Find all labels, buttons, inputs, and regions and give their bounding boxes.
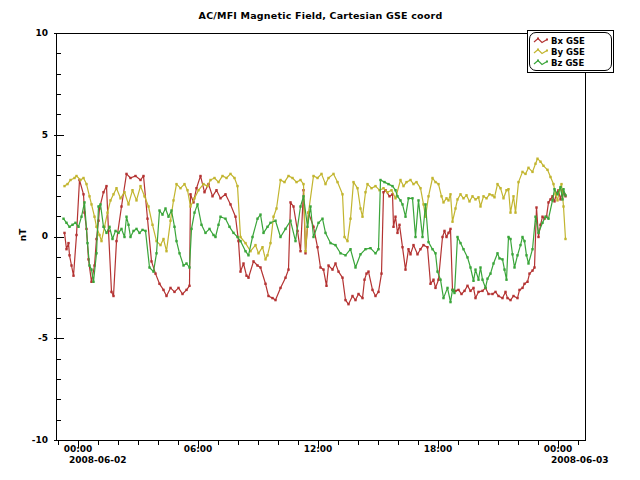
series-marker-bz [88,264,90,266]
series-marker-by [135,199,137,201]
series-marker-bx [319,266,321,268]
series-marker-bx [504,291,506,293]
series-marker-bx [361,297,363,299]
series-marker-bx [523,283,525,285]
series-marker-bz [424,203,426,205]
series-marker-bz [556,193,558,195]
series-marker-bz [472,280,474,282]
series-marker-bz [294,240,296,242]
series-marker-by [147,205,149,207]
series-marker-bx [535,206,537,208]
series-marker-by [454,207,456,209]
y-tick-label-m5: -5 [16,333,48,344]
series-marker-by [82,177,84,179]
series-marker-by [69,179,71,181]
legend-item-bx: Bx GSE [533,35,608,46]
series-marker-bz [284,228,286,230]
series-marker-by [162,238,164,240]
series-marker-bz [417,199,419,201]
series-marker-bz [123,236,125,238]
series-marker-by [471,195,473,197]
series-marker-bx [460,293,462,295]
series-marker-bx [501,297,503,299]
series-marker-bx [162,289,164,291]
series-marker-bz [466,256,468,258]
series-marker-bz [309,205,311,207]
series-marker-bz [306,226,308,228]
series-marker-bx [531,269,533,271]
series-marker-by [233,177,235,179]
series-marker-bz [469,266,471,268]
series-marker-bz [148,266,150,268]
series-marker-bz [451,289,453,291]
series-marker-bx [371,289,373,291]
series-marker-by [531,171,533,173]
series-marker-by [366,183,368,185]
series-marker-bz [486,278,488,280]
series-marker-by [217,181,219,183]
series-marker-bx [396,232,398,234]
series-marker-bx [264,283,266,285]
series-marker-by [320,173,322,175]
series-marker-bz [498,257,500,259]
series-marker-bx [115,240,117,242]
series-marker-bz [401,203,403,205]
legend-label-bz: Bz GSE [551,58,584,68]
series-marker-bx [394,216,396,218]
series-marker-by [521,171,523,173]
series-marker-by [485,197,487,199]
series-marker-by [221,175,223,177]
series-marker-by [269,242,271,244]
series-marker-by [409,179,411,181]
series-marker-bx [112,295,114,297]
series-marker-by [465,194,467,196]
series-marker-bz [92,281,94,283]
series-marker-by [546,169,548,171]
series-marker-bx [150,260,152,262]
series-marker-bx [494,291,496,293]
series-marker-bz [479,266,481,268]
series-marker-bz [185,262,187,264]
series-marker-bx [327,264,329,266]
series-marker-bx [429,283,431,285]
series-marker-by [186,189,188,191]
series-marker-by [336,181,338,183]
series-marker-by [474,198,476,200]
series-marker-bz [144,230,146,232]
series-marker-bx [105,185,107,187]
series-marker-bz [456,236,458,238]
series-marker-bx [242,262,244,264]
series-marker-bz [127,224,129,226]
series-marker-bx [271,297,273,299]
series-marker-by [151,224,153,226]
series-marker-bx [388,195,390,197]
series-marker-by [304,250,306,252]
series-marker-bx [267,295,269,297]
series-marker-by [189,205,191,207]
series-marker-by [449,193,451,195]
x-tick-label-0000a: 00:00 [56,444,100,455]
series-marker-bz [232,232,234,234]
series-marker-by [440,195,442,197]
series-marker-by [468,200,470,202]
series-marker-bz [559,186,561,188]
series-marker-bz [65,222,67,224]
series-marker-bx [443,230,445,232]
series-marker-bz [434,252,436,254]
series-marker-bz [196,203,198,205]
series-marker-bx [188,285,190,287]
series-marker-by [66,183,68,185]
series-marker-bx [409,253,411,255]
series-marker-bz [501,258,503,260]
series-marker-bz [175,240,177,242]
series-marker-by [370,187,372,189]
series-marker-by [456,198,458,200]
series-marker-by [527,167,529,169]
series-marker-bx [481,290,483,292]
series-marker-bx [68,254,70,256]
y-tick-label-m10: -10 [16,435,48,446]
series-marker-bz [259,213,261,215]
series-marker-bx [506,297,508,299]
series-marker-by [496,183,498,185]
chart-title: AC/MFI Magnetic Field, Cartesian GSE coo… [56,10,585,21]
